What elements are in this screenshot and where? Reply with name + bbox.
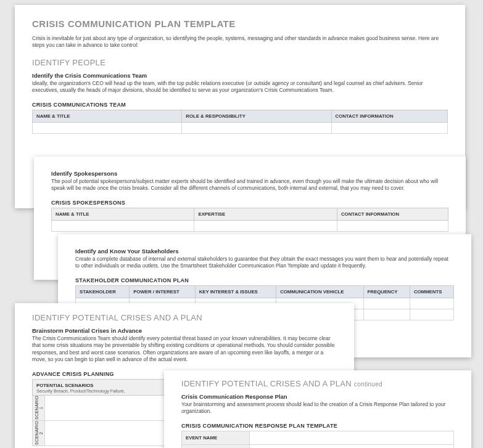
col-contact: CONTACT INFORMATION — [331, 110, 447, 122]
section-potential-crises: IDENTIFY POTENTIAL CRISES AND A PLAN — [32, 313, 337, 322]
col-expertise: EXPERTISE — [194, 208, 337, 220]
subhead-stakeholders: Identify and Know Your Stakeholders — [75, 248, 454, 255]
subhead-response-plan: Crisis Communication Response Plan — [181, 393, 454, 400]
table-row — [33, 122, 448, 133]
table-title-team: CRISIS COMMUNICATIONS TEAM — [32, 102, 448, 108]
table-response-plan: EVENT NAME COMMUNICATION GOAL — [181, 431, 454, 448]
col-contact: CONTACT INFORMATION — [337, 208, 448, 220]
col-name-title: NAME & TITLE — [52, 208, 194, 220]
table-row — [52, 220, 448, 231]
subhead-team: Identify the Crisis Communications Team — [32, 72, 448, 79]
col-comments: COMMENTS — [410, 285, 453, 298]
table-title-stakeholders: STAKEHOLDER COMMUNICATION PLAN — [75, 277, 454, 283]
scenario-1-label: SCENARIO 1 — [35, 396, 43, 420]
subhead-brainstorm: Brainstorm Potential Crises in Advance — [32, 327, 337, 334]
section-potential-crises-cont: IDENTIFY POTENTIAL CRISES AND A PLAN con… — [181, 379, 454, 388]
intro-text: Crisis is inevitable for just about any … — [32, 35, 448, 49]
row-header-label: POTENTIAL SCENARIOS — [36, 383, 94, 388]
col-role: ROLE & RESPONSIBILITY — [182, 110, 331, 122]
col-name-title: NAME & TITLE — [33, 110, 182, 122]
section-identify-people: IDENTIFY PEOPLE — [32, 58, 448, 67]
subhead-spokespersons: Identify Spokespersons — [51, 170, 448, 177]
row-header-event: EVENT NAME — [182, 431, 250, 444]
body-team: Ideally, the organization's CEO will hea… — [32, 80, 448, 94]
body-response-plan: Your brainstorming and assessment proces… — [181, 401, 454, 415]
scenario-2-label: SCENARIO 2 — [35, 421, 43, 445]
col-interest: KEY INTEREST & ISSUES — [195, 285, 276, 298]
col-frequency: FREQUENCY — [363, 285, 410, 298]
section-label: IDENTIFY POTENTIAL CRISES AND A PLAN — [181, 379, 352, 388]
body-spokespersons: The pool of potential spokespersons/subj… — [51, 178, 448, 192]
template-page-5: IDENTIFY POTENTIAL CRISES AND A PLAN con… — [164, 370, 471, 448]
table-title-spokespersons: CRISIS SPOKESPERSONS — [51, 200, 448, 206]
col-power: POWER / INTEREST — [130, 285, 195, 298]
body-stakeholders: Create a complete database of internal a… — [75, 256, 454, 270]
col-vehicle: COMMUNICATION VEHICLE — [276, 285, 363, 298]
table-comm-team: NAME & TITLE ROLE & RESPONSIBILITY CONTA… — [32, 110, 448, 134]
row-sub-label: Security Breach, Product/Technology Fail… — [36, 388, 125, 394]
body-brainstorm: The Crisis Communications Team should id… — [32, 335, 337, 364]
table-spokespersons: NAME & TITLE EXPERTISE CONTACT INFORMATI… — [51, 208, 448, 232]
col-stakeholder: STAKEHOLDER — [76, 285, 130, 298]
row-comm-goal: COMMUNICATION GOAL — [182, 444, 454, 448]
table-title-response: CRISIS COMMUNICATION RESPONSE PLAN TEMPL… — [181, 423, 454, 429]
continued-label: continued — [354, 381, 382, 388]
row-header-goal: COMMUNICATION GOAL — [182, 444, 250, 448]
row-event-name: EVENT NAME — [182, 431, 454, 444]
document-title: CRISIS COMMUNICATION PLAN TEMPLATE — [32, 18, 448, 29]
